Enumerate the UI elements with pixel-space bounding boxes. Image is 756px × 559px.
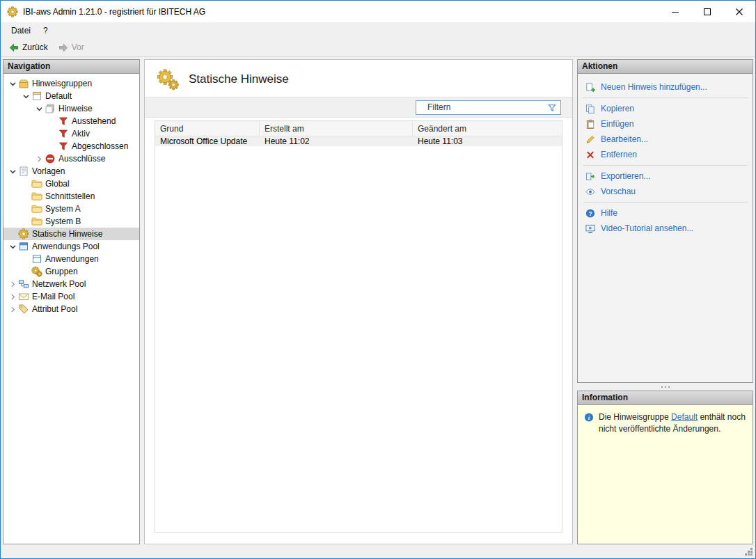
tree-item-anwendungen[interactable]: Anwendungen (3, 253, 139, 265)
pending-filter-icon (58, 116, 69, 127)
forward-button: Vor (54, 40, 88, 55)
tree-item-attribut-pool[interactable]: Attribut Pool (3, 303, 139, 315)
chevron-spacer (21, 179, 31, 189)
exclusions-icon (45, 153, 56, 164)
resize-grip[interactable] (750, 553, 753, 556)
tree-item-statische-hinweise[interactable]: Statische Hinweise (3, 228, 139, 240)
tree-item-netzwerk-pool[interactable]: Netzwerk Pool (3, 278, 139, 290)
action-neuen-hinweis-hinzufuegen[interactable]: Neuen Hinweis hinzufügen... (578, 79, 753, 95)
chevron-spacer (47, 141, 58, 152)
tree-item-label: Global (45, 179, 70, 189)
information-body: i Die Hinweisgruppe Default enthält noch… (577, 405, 753, 544)
tree-item-label: System B (45, 216, 81, 226)
close-button[interactable] (723, 1, 755, 22)
filter-funnel-icon[interactable] (546, 102, 558, 113)
action-bearbeiten[interactable]: Bearbeiten... (578, 132, 753, 147)
tree-item-abgeschlossen[interactable]: Abgeschlossen (3, 140, 139, 152)
tree-item-aktiv[interactable]: Aktiv (3, 127, 139, 140)
info-icon: i (583, 412, 594, 423)
action-kopieren[interactable]: Kopieren (578, 101, 753, 116)
tree-item-system-b[interactable]: System B (3, 215, 139, 228)
information-panel-header: Information (577, 391, 753, 405)
action-hilfe[interactable]: ?Hilfe (578, 205, 753, 221)
chevron-expanded-icon[interactable] (8, 79, 18, 89)
folder-icon (31, 216, 42, 227)
tree-item-gruppen[interactable]: Gruppen (3, 265, 139, 278)
tree-item-label: Netzwerk Pool (32, 279, 86, 289)
tree-item-label: Anwendungen (45, 254, 99, 264)
svg-text:?: ? (588, 210, 592, 216)
tree-item-vorlagen[interactable]: Vorlagen (3, 165, 139, 178)
chevron-collapsed-icon[interactable] (8, 279, 18, 290)
maximize-button[interactable] (691, 1, 723, 22)
app-icon (7, 6, 18, 17)
table-header-row: Grund Erstellt am Geändert am (155, 121, 562, 136)
chevron-expanded-icon[interactable] (21, 91, 31, 102)
chevron-expanded-icon[interactable] (34, 104, 45, 114)
edit-icon (585, 134, 596, 145)
tree-item-ausstehend[interactable]: Ausstehend (3, 115, 139, 127)
chevron-collapsed-icon[interactable] (8, 292, 18, 302)
video-icon (585, 223, 596, 234)
folder-icon (31, 178, 42, 189)
menu-help[interactable]: ? (37, 22, 54, 38)
tree-item-label: Abgeschlossen (72, 141, 128, 151)
filter-input[interactable]: Filtern (416, 100, 561, 115)
chevron-spacer (21, 254, 31, 265)
navigation-panel-header: Navigation (3, 59, 140, 74)
chevron-expanded-icon[interactable] (8, 166, 18, 177)
actions-panel-header: Aktionen (577, 59, 753, 74)
close-icon (734, 8, 745, 15)
active-filter-icon (58, 128, 69, 139)
panel-splitter[interactable] (577, 383, 753, 391)
cell-erstellt-am: Heute 11:02 (260, 136, 413, 146)
navigation-tree: HinweisgruppenDefaultHinweiseAusstehendA… (3, 74, 140, 544)
tree-item-label: Attribut Pool (32, 304, 77, 314)
tree-item-default[interactable]: Default (3, 90, 139, 102)
chevron-spacer (21, 204, 31, 214)
actions-list: Neuen Hinweis hinzufügen...KopierenEinfü… (577, 74, 753, 383)
copy-icon (585, 104, 596, 114)
default-group-link[interactable]: Default (671, 412, 698, 422)
tree-item-e-mail-pool[interactable]: E-Mail Pool (3, 290, 139, 303)
cell-geaendert-am: Heute 11:03 (413, 136, 562, 146)
menu-datei[interactable]: Datei (5, 22, 37, 38)
forward-arrow-icon (58, 42, 69, 54)
tree-item-system-a[interactable]: System A (3, 203, 139, 215)
information-panel: Information i Die Hinweisgruppe Default … (577, 391, 753, 544)
action-label: Exportieren... (601, 171, 650, 181)
add-hint-icon (585, 82, 596, 93)
tree-item-label: System A (45, 204, 81, 214)
column-header-erstellt-am[interactable]: Erstellt am (260, 121, 413, 136)
hints-icon (45, 103, 56, 114)
app-window: IBI-aws Admin 1.21.0 - registriert für I… (0, 0, 756, 559)
tree-item-global[interactable]: Global (3, 178, 139, 190)
tree-item-ausschluesse[interactable]: Ausschlüsse (3, 152, 139, 165)
action-exportieren[interactable]: Exportieren... (578, 168, 753, 184)
column-header-geaendert-am[interactable]: Geändert am (413, 121, 562, 136)
action-vorschau[interactable]: Vorschau (578, 184, 753, 199)
tree-item-schnittstellen[interactable]: Schnittstellen (3, 190, 139, 203)
action-einfuegen[interactable]: Einfügen (578, 116, 753, 132)
minimize-icon (670, 8, 681, 15)
column-header-grund[interactable]: Grund (155, 121, 260, 136)
back-button[interactable]: Zurück (4, 40, 52, 55)
table-row[interactable]: Microsoft Office UpdateHeute 11:02Heute … (155, 136, 562, 146)
splitter-dots (665, 386, 666, 388)
app-pool-icon (18, 241, 29, 252)
email-pool-icon (18, 291, 29, 302)
chevron-expanded-icon[interactable] (8, 242, 18, 252)
tree-item-hinweisgruppen[interactable]: Hinweisgruppen (3, 77, 139, 90)
tree-item-label: Hinweise (58, 104, 93, 113)
hint-groups-icon (18, 78, 29, 89)
groups-icon (31, 266, 42, 277)
action-entfernen[interactable]: Entfernen (578, 147, 753, 162)
chevron-spacer (47, 129, 58, 139)
minimize-button[interactable] (659, 1, 691, 22)
chevron-collapsed-icon[interactable] (8, 304, 18, 315)
completed-filter-icon (58, 141, 69, 152)
tree-item-hinweise[interactable]: Hinweise (3, 102, 139, 115)
tree-item-anwendungs-pool[interactable]: Anwendungs Pool (3, 240, 139, 253)
action-video-tutorial-ansehen[interactable]: Video-Tutorial ansehen... (578, 221, 753, 236)
chevron-collapsed-icon[interactable] (34, 154, 45, 164)
